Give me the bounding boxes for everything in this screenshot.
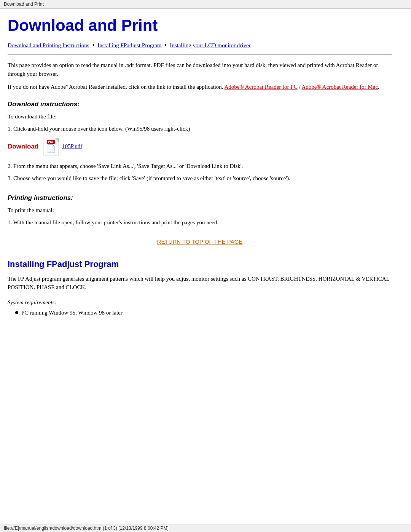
nav-links: Download and Printing Instructions • Ins… — [8, 41, 392, 50]
bullet-dot — [15, 311, 18, 314]
return-to-top-link[interactable]: RETURN TO TOP OF THE PAGE — [157, 238, 243, 245]
system-req-item-1: PC running Window 95, Window 98 or later — [21, 308, 123, 317]
browser-title-text: Download and Print — [4, 2, 44, 7]
pdf-badge-text: PDF — [47, 140, 55, 144]
section-divider — [8, 253, 392, 253]
fp-description: The FP Adjust program generates alignmen… — [8, 275, 392, 292]
return-link-container: RETURN TO TOP OF THE PAGE — [8, 238, 392, 245]
nav-separator-1: • — [92, 42, 95, 48]
download-step1: 1. Click-and-hold your mouse over the ic… — [8, 124, 392, 133]
nav-link-lcd-driver[interactable]: Installing your LCD monitor driver — [170, 42, 250, 48]
download-section: Download instructions: To download the f… — [8, 101, 392, 183]
browser-titlebar: Download and Print — [0, 0, 411, 9]
nav-link-download-instructions[interactable]: Download and Printing Instructions — [8, 42, 89, 48]
adobe-mac-link[interactable]: Adobe® Acrobat Reader for Mac — [301, 84, 378, 90]
download-row: Download PDF 📄 105P.pdf — [8, 138, 392, 155]
download-text1: To download the file: — [8, 112, 392, 121]
adobe-text-before: If you do not have Adobe¨ Acrobat Reader… — [8, 84, 224, 90]
adobe-separator: / — [298, 84, 302, 90]
adobe-pc-link[interactable]: Adobe® Acrobat Reader for PC — [224, 84, 297, 90]
printing-text1: To print the manual: — [8, 206, 392, 215]
system-req-label: System requirements: — [8, 299, 392, 306]
adobe-paragraph: If you do not have Adobe¨ Acrobat Reader… — [8, 83, 392, 91]
pdf-icon[interactable]: PDF 📄 — [43, 138, 59, 155]
list-item: PC running Window 95, Window 98 or later — [15, 308, 392, 317]
printing-heading: Printing instructions: — [8, 194, 392, 202]
page-title: Download and Print — [8, 16, 392, 35]
page-content: Download and Print Download and Printing… — [0, 9, 403, 344]
installing-heading: Installing FPadjust Program — [8, 259, 392, 269]
intro-paragraph-1: This page provides an option to read the… — [8, 61, 392, 78]
pdf-acrobat-symbol: 📄 — [46, 144, 56, 153]
installing-section: Installing FPadjust Program The FP Adjus… — [8, 259, 392, 317]
download-heading: Download instructions: — [8, 101, 392, 108]
download-step2: 2. From the menu that appears, choose 'S… — [8, 161, 392, 171]
system-req-list: PC running Window 95, Window 98 or later — [15, 308, 392, 317]
download-step3: 3. Choose where you would like to save t… — [8, 174, 392, 183]
printing-section: Printing instructions: To print the manu… — [8, 194, 392, 227]
printing-step1: 1. With the manual file open, follow you… — [8, 218, 392, 227]
nav-divider — [8, 54, 392, 55]
download-label: Download — [8, 143, 38, 150]
pdf-filename-link[interactable]: 105P.pdf — [62, 143, 82, 150]
nav-separator-2: • — [165, 42, 167, 48]
adobe-text-after: . — [378, 84, 379, 90]
nav-link-fpadjust[interactable]: Installing FPadjust Program — [97, 42, 161, 48]
